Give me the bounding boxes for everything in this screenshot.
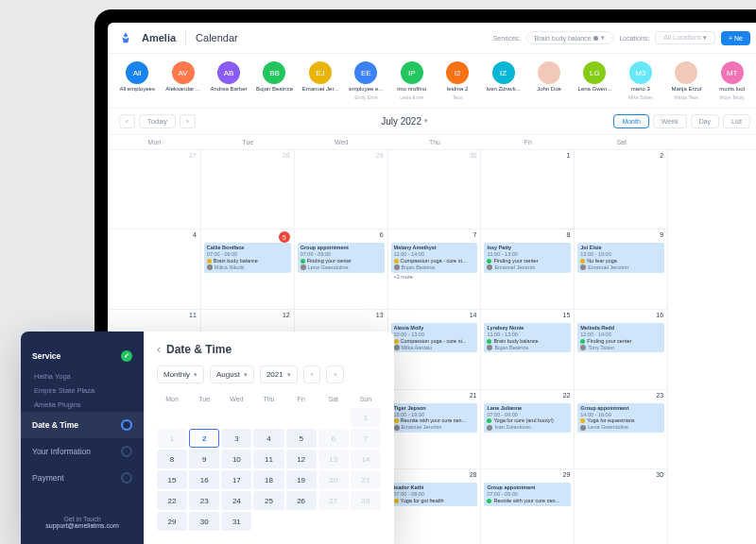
mini-day-cell[interactable]: 14 [351,450,381,468]
event-card[interactable]: Issy Patty11:00 - 13:00Finding your cent… [484,243,571,273]
mini-day-cell[interactable]: 16 [189,470,219,489]
mini-day-cell[interactable]: 4 [253,429,284,448]
employee-chip[interactable]: BBBojan Beatrice [256,61,292,100]
view-day[interactable]: Day [691,114,719,128]
event-card[interactable]: Group appointment07:00 - 09:00Reunite wi… [484,483,571,506]
mini-day-cell[interactable]: 17 [221,470,251,489]
mini-day-cell[interactable]: 10 [221,450,251,468]
employee-chip[interactable]: IZIvan Zdravk... [485,61,521,100]
day-cell[interactable]: 21Tiger Jepson18:00 - 19:30Reunite with … [388,390,482,470]
employee-chip[interactable]: AVAleksandar ... [164,61,200,100]
mini-day-cell[interactable]: 31 [221,512,251,531]
employee-chip[interactable]: IPimo nrofilnoLexie Enne [394,61,430,100]
today-button[interactable]: Today [139,114,176,128]
day-cell[interactable]: 5Callie Boniface07:00 - 09:00Brain body … [201,230,295,310]
day-cell[interactable]: 29Group appointment07:00 - 09:00Reunite … [481,469,575,544]
mini-prev-button[interactable]: ‹ [303,366,321,383]
step-info[interactable]: Your Information [21,438,144,465]
event-card[interactable]: Melinda Redd12:00 - 14:00Finding your ce… [577,323,664,353]
event-card[interactable]: Group appointment07:00 - 09:00Finding yo… [298,243,385,273]
event-card[interactable]: Isador Kathi07:00 - 09:00Yoga for gut he… [391,483,478,506]
mini-day-cell[interactable]: 1 [157,429,187,448]
view-month[interactable]: Month [613,114,648,128]
new-button[interactable]: + Ne [721,31,750,45]
day-cell[interactable]: 28 [201,150,295,230]
mini-day-cell[interactable]: 25 [253,491,284,510]
employee-chip[interactable]: M3mario 3Mike Sober [623,61,659,100]
more-link[interactable]: +2 more [391,273,478,280]
mini-day-cell[interactable]: 18 [253,470,284,489]
day-cell[interactable]: 15Lyndsey Nonie11:00 - 13:00Brain body b… [481,310,575,390]
mini-day-cell[interactable]: 22 [157,491,187,510]
mini-day-cell[interactable]: 9 [189,450,219,468]
mini-day-cell[interactable]: 21 [351,470,381,489]
month-select[interactable]: August▾ [210,366,254,383]
employee-chip[interactable]: LGLena Gwen... [576,61,612,100]
mini-day-cell[interactable]: 15 [157,470,187,489]
event-card[interactable]: Tiger Jepson18:00 - 19:30Reunite with yo… [391,403,478,434]
month-label[interactable]: July 2022 ▾ [381,116,428,127]
day-cell[interactable]: 22Lane Julianne07:00 - 09:00Yoga for cor… [481,390,575,470]
back-icon[interactable]: ‹ [157,343,161,356]
mini-day-cell[interactable]: 5 [286,429,317,448]
day-cell[interactable]: 29 [295,150,388,230]
day-cell[interactable]: 6Group appointment07:00 - 09:00Finding y… [295,230,388,310]
mini-day-cell[interactable]: 26 [286,491,317,510]
day-cell[interactable]: 4 [108,230,201,310]
mini-day-cell[interactable]: 24 [221,491,251,510]
mini-day-cell[interactable]: 8 [157,450,187,468]
day-cell[interactable]: 27 [108,150,201,230]
mini-day-cell[interactable]: 30 [189,512,219,531]
year-select[interactable]: 2021▾ [260,366,298,383]
mini-day-cell[interactable]: 27 [318,491,349,510]
day-cell[interactable]: 30 [575,469,668,544]
view-week[interactable]: Week [653,114,687,128]
event-card[interactable]: Callie Boniface07:00 - 09:00Brain body b… [204,243,291,273]
employee-chip[interactable]: AllAll employees [119,61,155,100]
day-cell[interactable]: 8Issy Patty11:00 - 13:00Finding your cen… [481,230,575,310]
locations-select[interactable]: All Locations ▾ [655,31,715,44]
day-cell[interactable]: 1 [481,150,575,230]
employee-chip[interactable]: MTmozis.luolMoys Tetoly [713,61,749,100]
event-card[interactable]: Group appointment14:00 - 16:00Yoga for e… [577,403,664,434]
day-cell[interactable]: 23Group appointment14:00 - 16:00Yoga for… [575,390,668,470]
prev-button[interactable]: ‹ [119,114,135,128]
step-payment[interactable]: Payment [21,465,144,491]
mini-day-cell[interactable]: 29 [157,512,187,531]
day-cell[interactable]: 30 [388,150,482,230]
event-card[interactable]: Lane Julianne07:00 - 09:00Yoga for core … [484,403,571,434]
frequency-select[interactable]: Monthly▾ [157,366,204,383]
employee-chip[interactable]: ABAndrea Barber [211,61,247,100]
employee-chip[interactable]: EJEmanuel Jer... [302,61,338,100]
mini-day-cell[interactable]: 3 [221,429,251,448]
mini-day-cell[interactable]: 13 [318,450,349,468]
step-service[interactable]: Service ✓ [21,343,144,369]
mini-day-cell[interactable]: 2 [189,429,219,448]
event-card[interactable]: Melany Amethyst12:00 - 14:00Compassion y… [391,243,478,273]
step-datetime[interactable]: Date & Time [21,412,144,438]
mini-day-cell[interactable]: 12 [286,450,317,468]
view-list[interactable]: List [723,114,750,128]
day-cell[interactable]: 14Alesia Molly10:00 - 13:00Compassion yo… [388,310,482,390]
event-card[interactable]: Joi Elsie13:00 - 15:00No fear yogaEmanue… [577,243,664,273]
event-card[interactable]: Lyndsey Nonie11:00 - 13:00Brain body bal… [484,323,571,353]
employee-chip[interactable]: John Doe [531,61,567,100]
employee-chip[interactable]: EEemployee e...Emily Erne [348,61,384,100]
employee-chip[interactable]: I2leidina 2Teos [439,61,475,100]
day-cell[interactable]: 2 [575,150,668,230]
day-cell[interactable]: 28Isador Kathi07:00 - 09:00Yoga for gut … [388,469,482,544]
mini-day-cell[interactable]: 20 [318,470,349,489]
employee-chip[interactable]: Marija ErzolMarija Teos [668,61,704,100]
day-cell[interactable]: 7Melany Amethyst12:00 - 14:00Compassion … [388,230,482,310]
mini-day-cell[interactable]: 6 [318,429,349,448]
mini-day-cell[interactable]: 23 [189,491,219,510]
mini-day-cell[interactable]: 7 [351,429,381,448]
services-chip[interactable]: Brain body balance▾ [526,31,614,44]
mini-day-cell[interactable]: 1 [351,408,381,427]
mini-next-button[interactable]: › [326,366,344,383]
next-button[interactable]: › [180,114,196,128]
day-cell[interactable]: 9Joi Elsie13:00 - 15:00No fear yogaEmanu… [575,230,668,310]
day-cell[interactable]: 16Melinda Redd12:00 - 14:00Finding your … [575,310,668,390]
event-card[interactable]: Alesia Molly10:00 - 13:00Compassion yoga… [391,323,478,353]
mini-day-cell[interactable]: 19 [286,470,317,489]
